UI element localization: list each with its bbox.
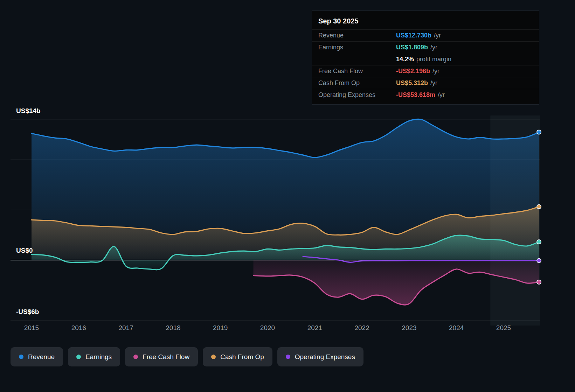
- legend-label: Revenue: [28, 353, 55, 361]
- tooltip-row-label: Revenue: [318, 32, 396, 39]
- legend-label: Earnings: [85, 353, 112, 361]
- x-tick-2021: 2021: [307, 324, 322, 332]
- tooltip-row-free-cash-flow: Free Cash Flow-US$2.196b/yr: [312, 65, 539, 77]
- tooltip-row-suffix: profit margin: [416, 56, 451, 63]
- earnings-end-marker[interactable]: [537, 240, 541, 244]
- x-tick-2020: 2020: [260, 324, 275, 332]
- x-tick-2024: 2024: [449, 324, 464, 332]
- tooltip-row-suffix: /yr: [438, 91, 445, 99]
- tooltip-rows: RevenueUS$12.730b/yrEarningsUS$1.809b/yr…: [312, 29, 539, 101]
- tooltip-row-suffix: /yr: [430, 79, 437, 87]
- x-tick-2019: 2019: [213, 324, 228, 332]
- legend-dot-icon: [76, 355, 81, 359]
- tooltip-date: Sep 30 2025: [312, 12, 539, 29]
- legend-label: Operating Expenses: [295, 353, 355, 361]
- free-cash-flow-end-marker[interactable]: [537, 280, 541, 284]
- x-tick-2018: 2018: [166, 324, 180, 332]
- legend-dot-icon: [133, 355, 138, 359]
- cash-from-op-end-marker[interactable]: [537, 205, 541, 209]
- tooltip-row-value: -US$2.196b: [396, 68, 430, 75]
- legend-label: Cash From Op: [220, 353, 264, 361]
- tooltip-row-operating-expenses: Operating Expenses-US$53.618m/yr: [312, 89, 539, 101]
- tooltip-row-value: US$5.312b: [396, 79, 428, 87]
- tooltip-row-revenue: RevenueUS$12.730b/yr: [312, 29, 539, 41]
- tooltip-row-earnings: EarningsUS$1.809b/yr: [312, 41, 539, 53]
- tooltip-row-profit-margin: 14.2%profit margin: [312, 53, 539, 65]
- x-tick-2022: 2022: [354, 324, 369, 332]
- legend-item-revenue[interactable]: Revenue: [11, 347, 63, 366]
- data-tooltip: Sep 30 2025 RevenueUS$12.730b/yrEarnings…: [312, 10, 539, 105]
- y-axis-label-14b: US$14b: [16, 107, 41, 115]
- legend-dot-icon: [19, 355, 23, 359]
- x-tick-2025: 2025: [496, 324, 511, 332]
- x-tick-2023: 2023: [402, 324, 416, 332]
- x-tick-2017: 2017: [118, 324, 133, 332]
- tooltip-row-label: Operating Expenses: [318, 91, 396, 99]
- revenue-end-marker[interactable]: [537, 130, 541, 134]
- main-chart-plot[interactable]: [11, 115, 540, 326]
- legend-item-cash-from-op[interactable]: Cash From Op: [203, 347, 272, 366]
- chart-page: Sep 30 2025 RevenueUS$12.730b/yrEarnings…: [0, 0, 575, 392]
- tooltip-row-cash-from-op: Cash From OpUS$5.312b/yr: [312, 77, 539, 89]
- tooltip-row-value: US$12.730b: [396, 32, 431, 39]
- tooltip-row-value: 14.2%: [396, 56, 414, 63]
- legend-dot-icon: [286, 355, 290, 359]
- legend-item-earnings[interactable]: Earnings: [68, 347, 120, 366]
- operating-expenses-end-marker[interactable]: [537, 259, 541, 263]
- tooltip-row-label: Cash From Op: [318, 79, 396, 87]
- legend: RevenueEarningsFree Cash FlowCash From O…: [11, 347, 363, 366]
- x-tick-2016: 2016: [71, 324, 86, 332]
- x-tick-2015: 2015: [24, 324, 39, 332]
- legend-item-free-cash-flow[interactable]: Free Cash Flow: [125, 347, 198, 366]
- tooltip-row-suffix: /yr: [434, 32, 441, 39]
- legend-dot-icon: [211, 355, 216, 359]
- tooltip-row-label: Free Cash Flow: [318, 68, 396, 75]
- tooltip-row-label: Earnings: [318, 44, 396, 51]
- tooltip-row-value: US$1.809b: [396, 44, 428, 51]
- tooltip-row-suffix: /yr: [430, 44, 437, 51]
- legend-item-operating-expenses[interactable]: Operating Expenses: [277, 347, 363, 366]
- legend-label: Free Cash Flow: [143, 353, 189, 361]
- tooltip-row-value: -US$53.618m: [396, 91, 435, 99]
- tooltip-row-suffix: /yr: [432, 68, 439, 75]
- y-axis-label-neg6b: -US$6b: [16, 308, 39, 316]
- y-axis-label-zero: US$0: [16, 247, 33, 254]
